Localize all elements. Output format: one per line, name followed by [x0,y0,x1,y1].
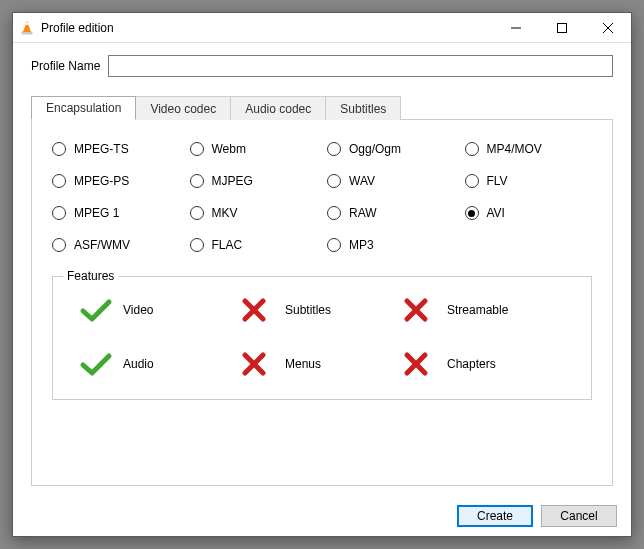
radio-circle-icon [52,206,66,220]
cross-icon [241,297,275,323]
svg-rect-1 [22,32,32,34]
radio-mpeg-1[interactable]: MPEG 1 [52,206,180,220]
svg-marker-0 [23,21,31,32]
radio-webm[interactable]: Webm [190,142,318,156]
feature-audio: Audio [79,351,241,377]
svg-rect-4 [558,23,567,32]
radio-flv[interactable]: FLV [465,174,593,188]
radio-circle-icon [190,174,204,188]
features-group: Features VideoSubtitlesStreamableAudioMe… [52,276,592,400]
radio-mp3[interactable]: MP3 [327,238,455,252]
create-button[interactable]: Create [457,505,533,527]
feature-streamable: Streamable [403,297,565,323]
maximize-button[interactable] [539,13,585,43]
radio-raw[interactable]: RAW [327,206,455,220]
tab-video-codec[interactable]: Video codec [135,96,231,120]
window-title: Profile edition [41,21,493,35]
cross-icon [241,351,275,377]
radio-circle-icon [465,142,479,156]
features-legend: Features [63,269,118,283]
cross-icon [403,351,437,377]
cancel-button[interactable]: Cancel [541,505,617,527]
radio-circle-icon [327,206,341,220]
check-icon [79,297,113,323]
radio-ogg-ogm[interactable]: Ogg/Ogm [327,142,455,156]
feature-chapters: Chapters [403,351,565,377]
radio-circle-icon [327,174,341,188]
profile-name-input[interactable] [108,55,613,77]
radio-asf-wmv[interactable]: ASF/WMV [52,238,180,252]
cross-icon [403,297,437,323]
close-button[interactable] [585,13,631,43]
feature-video: Video [79,297,241,323]
app-icon [19,20,35,36]
radio-flac[interactable]: FLAC [190,238,318,252]
check-icon [79,351,113,377]
radio-circle-icon [190,206,204,220]
tab-encapsulation[interactable]: Encapsulation [31,96,136,120]
dialog-content: Profile Name EncapsulationVideo codecAud… [13,43,631,496]
svg-rect-2 [26,23,28,25]
tabstrip: EncapsulationVideo codecAudio codecSubti… [31,95,613,119]
radio-circle-icon [52,174,66,188]
radio-circle-icon [52,238,66,252]
radio-circle-icon [190,238,204,252]
titlebar: Profile edition [13,13,631,43]
tab-audio-codec[interactable]: Audio codec [230,96,326,120]
minimize-button[interactable] [493,13,539,43]
radio-circle-icon [190,142,204,156]
radio-mpeg-ps[interactable]: MPEG-PS [52,174,180,188]
radio-avi[interactable]: AVI [465,206,593,220]
radio-circle-icon [327,238,341,252]
profile-name-row: Profile Name [31,55,613,77]
features-grid: VideoSubtitlesStreamableAudioMenusChapte… [79,297,565,377]
radio-circle-icon [465,206,479,220]
radio-mjpeg[interactable]: MJPEG [190,174,318,188]
radio-wav[interactable]: WAV [327,174,455,188]
encapsulation-radio-grid: MPEG-TSWebmOgg/OgmMP4/MOVMPEG-PSMJPEGWAV… [52,142,592,252]
radio-mkv[interactable]: MKV [190,206,318,220]
radio-circle-icon [52,142,66,156]
tab-subtitles[interactable]: Subtitles [325,96,401,120]
feature-subtitles: Subtitles [241,297,403,323]
encapsulation-panel: MPEG-TSWebmOgg/OgmMP4/MOVMPEG-PSMJPEGWAV… [31,119,613,486]
radio-mp4-mov[interactable]: MP4/MOV [465,142,593,156]
tabs-container: EncapsulationVideo codecAudio codecSubti… [31,95,613,486]
feature-menus: Menus [241,351,403,377]
profile-edition-dialog: Profile edition Profile Name Encapsulati… [12,12,632,537]
dialog-footer: Create Cancel [13,496,631,536]
radio-circle-icon [465,174,479,188]
radio-mpeg-ts[interactable]: MPEG-TS [52,142,180,156]
profile-name-label: Profile Name [31,59,100,73]
radio-circle-icon [327,142,341,156]
